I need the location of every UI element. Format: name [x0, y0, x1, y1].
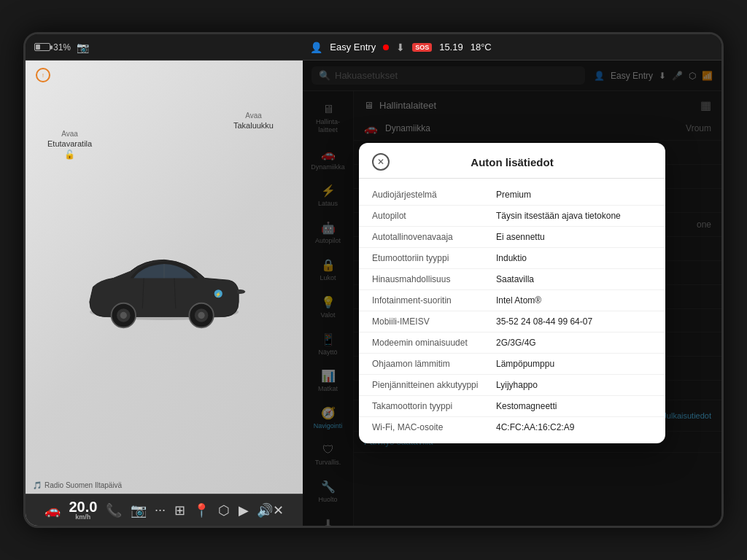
svg-text:⚡: ⚡	[215, 291, 222, 298]
temperature-display: 18°C	[471, 42, 492, 52]
top-bar-left: 31% 📷	[34, 42, 89, 53]
dialog-row: Infotainment-suoritin Intel Atom®	[359, 290, 665, 311]
dialog-row: Wi-Fi, MAC-osoite 4C:FC:AA:16:C2:A9	[359, 417, 665, 438]
dialog-title: Auton lisätiedot	[471, 156, 553, 168]
easy-entry-label[interactable]: Easy Entry	[330, 42, 376, 52]
dialog-overlay: ✕ Auton lisätiedot Audiojärjestelmä Prem…	[303, 61, 721, 526]
battery-percent: 31%	[53, 42, 71, 52]
dialog-row: Hinausmahdollisuus Saatavilla	[359, 269, 665, 290]
dialog-row: Mobiili-IMEISV 35-52 24 08-44 99 64-07	[359, 311, 665, 332]
dialog-row: Etumoottoriin tyyppi Induktio	[359, 248, 665, 269]
top-status-bar: 31% 📷 👤 Easy Entry ⬇ SOS 15.19 18°C	[26, 34, 721, 61]
download-icon: ⬇	[396, 42, 405, 53]
car-info-dialog: ✕ Auton lisätiedot Audiojärjestelmä Prem…	[359, 143, 665, 443]
dialog-row-key: Takamoottorin tyyppi	[372, 401, 496, 411]
dialog-row-key: Modeemin ominaisuudet	[372, 338, 496, 348]
more-icon[interactable]: ···	[155, 502, 166, 518]
dialog-header: ✕ Auton lisätiedot	[359, 143, 665, 179]
dialog-row-key: Wi-Fi, MAC-osoite	[372, 422, 496, 432]
media-play-icon[interactable]: ▶	[239, 502, 249, 518]
person-icon: 👤	[310, 42, 322, 53]
volume-icon[interactable]: 🔊✕	[257, 502, 284, 518]
dialog-row-key: Mobiili-IMEISV	[372, 316, 496, 327]
record-dot	[383, 44, 389, 50]
rear-trunk-label[interactable]: Avaa Takaluukku	[233, 112, 274, 130]
dialog-row-key: Autotallinovenavaaja	[372, 232, 496, 242]
dialog-row-value: Premium	[496, 190, 531, 200]
tire-pressure-area: !	[26, 61, 303, 90]
dialog-row-key: Audiojärjestelmä	[372, 190, 496, 200]
top-bar-center: 👤 Easy Entry ⬇ SOS 15.19 18°C	[310, 42, 491, 53]
dialog-row-value: Lyijyhappo	[496, 380, 538, 390]
left-panel: ! Avaa Etutavaratila 🔓 Avaa Takaluukku	[26, 61, 303, 526]
dialog-row-value: Saatavilla	[496, 274, 534, 284]
navigation-icon[interactable]: 📍	[193, 502, 209, 518]
dialog-row: Ohjaamon lämmitim Lämpöpumppu	[359, 354, 665, 375]
tire-pressure-icon: !	[36, 68, 50, 82]
dialog-row: Autotallinovenavaaja Ei asennettu	[359, 227, 665, 248]
svg-point-4	[120, 312, 127, 319]
dialog-row-value: Induktio	[496, 253, 527, 263]
time-display: 15.19	[439, 42, 463, 52]
sos-badge[interactable]: SOS	[412, 43, 432, 52]
phone-icon[interactable]: 📞	[106, 502, 122, 518]
radio-text: 🎵 Radio Suomen Iltapäivä	[33, 481, 122, 489]
car-status-icon[interactable]: 🚗	[44, 502, 61, 518]
dialog-row-key: Ohjaamon lämmitim	[372, 359, 496, 369]
dialog-row: Modeemin ominaisuudet 2G/3G/4G	[359, 332, 665, 354]
dialog-row-value: Kestomagneetti	[496, 401, 557, 411]
camera-bottom-icon[interactable]: 📷	[131, 502, 147, 518]
dialog-row-key: Infotainment-suoritin	[372, 295, 496, 306]
app-grid-icon[interactable]: ⊞	[174, 502, 185, 518]
dialog-row-value: Täysin itsestään ajava tietokone	[496, 211, 621, 221]
dialog-row-key: Hinausmahdollisuus	[372, 274, 496, 284]
dialog-row-key: Autopilot	[372, 211, 496, 221]
dialog-row: Takamoottorin tyyppi Kestomagneetti	[359, 396, 665, 417]
dialog-row-key: Pienjännitteinen akkutyyppi	[372, 380, 496, 390]
car-visualization: Avaa Etutavaratila 🔓 Avaa Takaluukku	[26, 90, 303, 494]
dialog-row-value: 35-52 24 08-44 99 64-07	[496, 316, 592, 327]
svg-point-7	[198, 312, 204, 319]
dialog-row-value: Intel Atom®	[496, 295, 541, 306]
dialog-close-button[interactable]: ✕	[372, 153, 390, 171]
dialog-row-value: 4C:FC:AA:16:C2:A9	[496, 422, 574, 432]
front-trunk-label[interactable]: Avaa Etutavaratila 🔓	[47, 130, 92, 160]
battery-indicator: 31%	[34, 42, 71, 52]
dialog-row: Pienjännitteinen akkutyyppi Lyijyhappo	[359, 375, 665, 396]
bottom-bar: 🚗 20.0 km/h 📞 📷 ··· ⊞ 📍 ⬡ ▶ 🔊✕	[26, 494, 303, 526]
dialog-row-value: 2G/3G/4G	[496, 338, 536, 348]
dialog-row: Autopilot Täysin itsestään ajava tietoko…	[359, 206, 665, 227]
dialog-row-value: Lämpöpumppu	[496, 359, 554, 369]
dialog-body: Audiojärjestelmä Premium Autopilot Täysi…	[359, 179, 665, 443]
dialog-row-value: Ei asennettu	[496, 232, 545, 242]
dialog-row: Audiojärjestelmä Premium	[359, 184, 665, 206]
car-image: ⚡	[69, 233, 259, 350]
bluetooth-icon[interactable]: ⬡	[218, 502, 230, 518]
camera-icon: 📷	[77, 42, 89, 53]
dialog-row-key: Etumoottoriin tyyppi	[372, 253, 496, 263]
speed-display: 20.0 km/h	[69, 499, 97, 521]
